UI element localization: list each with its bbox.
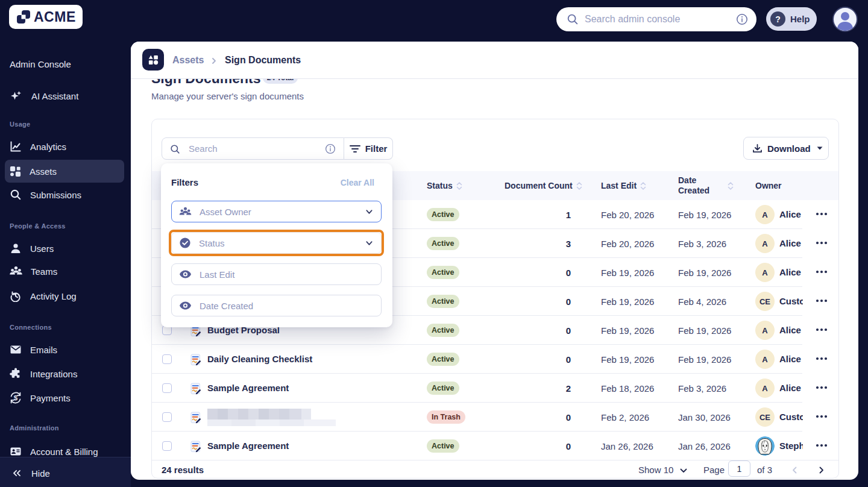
svg-text:$: $	[14, 394, 18, 401]
